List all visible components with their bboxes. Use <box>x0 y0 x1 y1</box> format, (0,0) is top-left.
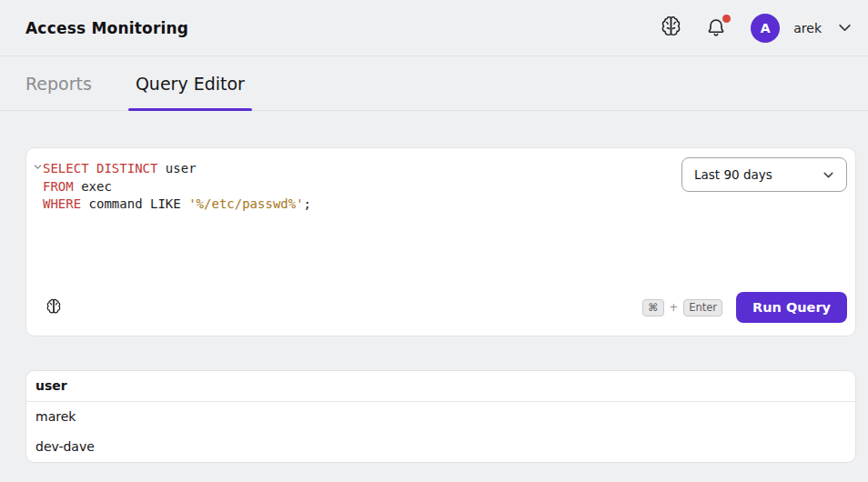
table-cell: marek <box>26 402 855 432</box>
timerange-select[interactable]: Last 90 days <box>681 157 847 192</box>
table-row: marek <box>26 402 855 432</box>
app-header: Access Monitoring <box>0 0 868 56</box>
code-token: user <box>157 161 196 176</box>
tab-query-editor[interactable]: Query Editor <box>128 56 252 110</box>
code-token: SELECT DISTINCT <box>43 161 157 176</box>
timerange-value: Last 90 days <box>694 167 772 182</box>
shortcut-separator: + <box>670 301 679 314</box>
code-token: FROM <box>43 179 74 194</box>
chevron-down-icon <box>822 168 835 182</box>
code-fold-toggle[interactable] <box>33 162 43 172</box>
page-title: Access Monitoring <box>25 19 188 37</box>
ai-assist-button[interactable] <box>45 298 63 316</box>
tab-bar: Reports Query Editor <box>0 56 868 111</box>
ai-assistant-button[interactable] <box>658 15 683 41</box>
chevron-down-icon <box>33 162 43 172</box>
notifications-button[interactable] <box>703 15 729 41</box>
code-token: command LIKE <box>81 196 188 211</box>
user-name[interactable]: arek <box>793 21 822 35</box>
brain-icon <box>659 15 683 40</box>
brain-icon <box>45 298 63 316</box>
tab-reports[interactable]: Reports <box>18 56 99 110</box>
code-token: '%/etc/passwd%' <box>188 196 303 211</box>
code-token: WHERE <box>43 196 81 211</box>
code-line: WHERE command LIKE '%/etc/passwd%'; <box>43 196 664 214</box>
code-token: exec <box>74 179 112 194</box>
cmd-keycap: ⌘ <box>642 299 664 316</box>
header-actions: A arek <box>658 14 853 43</box>
code-token: ; <box>304 196 311 211</box>
code-line: FROM exec <box>43 178 664 196</box>
chevron-down-icon <box>836 19 853 36</box>
run-shortcut-hint: ⌘ + Enter <box>642 299 722 316</box>
results-header-row: user <box>26 371 855 402</box>
user-menu-button[interactable] <box>836 19 853 36</box>
run-query-button[interactable]: Run Query <box>736 292 847 323</box>
code-line: SELECT DISTINCT user <box>43 160 664 178</box>
column-header: user <box>26 371 855 401</box>
notification-dot <box>722 15 731 23</box>
editor-footer: ⌘ + Enter Run Query <box>45 292 847 323</box>
results-table: user marekdev-dave <box>25 370 856 463</box>
sql-code[interactable]: SELECT DISTINCT userFROM execWHERE comma… <box>43 160 664 281</box>
query-editor-card: SELECT DISTINCT userFROM execWHERE comma… <box>25 147 856 336</box>
table-cell: dev-dave <box>26 432 855 462</box>
enter-keycap: Enter <box>683 299 722 316</box>
results-body: marekdev-dave <box>26 402 855 462</box>
avatar[interactable]: A <box>751 14 780 43</box>
table-row: dev-dave <box>26 432 855 462</box>
